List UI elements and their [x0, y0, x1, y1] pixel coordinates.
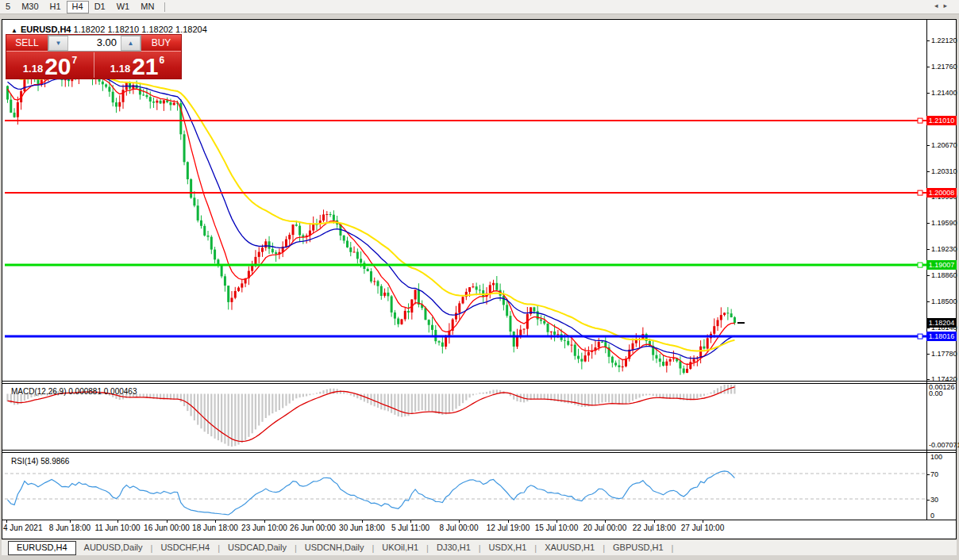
timeframe-toolbar: 5M30H1H4D1W1MN	[0, 0, 959, 14]
ohlc-close: 1.18204	[175, 25, 207, 34]
chart-tab-audusd[interactable]: AUDUSD,Daily	[76, 541, 151, 554]
one-click-trade-panel: SELL ▼ 3.00 ▲ BUY 1.18 20 7 1.18 21 6	[6, 35, 181, 79]
rsi-axis-label: 30	[930, 496, 938, 504]
chart-tab-eurusd[interactable]: EURUSD,H4	[8, 541, 76, 555]
panel-divider[interactable]	[2, 450, 956, 451]
ohlc-low: 1.18202	[141, 25, 173, 34]
timeframe-button-w1[interactable]: W1	[111, 1, 136, 13]
price-tick-dash	[926, 275, 930, 276]
price-level-badge: 1.21010	[926, 116, 957, 125]
ohlc-high: 1.18210	[107, 25, 139, 34]
price-level-badge: 1.20008	[926, 188, 957, 198]
chart-tab-gbpusd[interactable]: GBPUSD,H1	[605, 541, 672, 554]
chart-symbol: EURUSD,H4	[21, 25, 71, 34]
buy-button[interactable]: BUY	[141, 35, 181, 52]
chart-tab-xauusd[interactable]: XAUUSD,H1	[537, 541, 603, 554]
time-axis-label: 8 Jul 00:00	[440, 524, 479, 532]
rsi-chart[interactable]	[5, 453, 926, 520]
sell-button[interactable]: SELL	[6, 35, 48, 52]
tab-scroll-right-icon[interactable]: ▸	[943, 2, 953, 10]
volume-increase-button[interactable]: ▲	[121, 36, 141, 51]
buy-price-big: 21	[132, 56, 158, 77]
price-level-badge: 1.18204	[926, 318, 957, 328]
chart-tab-ukoil[interactable]: UKOil,H1	[374, 541, 426, 554]
price-level-badge: 1.18016	[926, 332, 957, 341]
price-level-badge: 1.19007	[926, 260, 957, 270]
price-tick-label: 1.19590	[931, 219, 957, 227]
time-axis-label: 16 Jun 00:00	[144, 524, 190, 532]
timeframe-button-5[interactable]: 5	[0, 1, 16, 13]
time-axis-label: 26 Jun 00:00	[290, 524, 336, 532]
sell-price-big: 20	[44, 56, 71, 77]
volume-decrease-button[interactable]: ▼	[48, 36, 68, 51]
chart-tab-usdcnh[interactable]: USDCNH,Daily	[297, 541, 372, 554]
price-tick-dash	[926, 328, 930, 328]
price-axis-divider	[926, 20, 927, 520]
timeframe-button-d1[interactable]: D1	[89, 1, 111, 13]
time-axis-label: 18 Jun 18:00	[192, 524, 238, 532]
ohlc-open: 1.18202	[74, 25, 106, 34]
price-tick-label: 1.20670	[931, 141, 957, 149]
rsi-tick-dash	[926, 500, 930, 501]
price-tick-label: 1.18500	[931, 297, 957, 305]
price-tick-label: 1.22120	[931, 36, 957, 44]
timeframe-button-h4[interactable]: H4	[67, 1, 89, 13]
time-tick-dash	[459, 520, 460, 523]
price-tick-label: 1.18860	[931, 271, 957, 279]
time-axis-label: 5 Jul 11:00	[391, 524, 429, 532]
timeframe-button-h1[interactable]: H1	[44, 1, 67, 13]
rsi-axis-label: 100	[930, 453, 942, 461]
price-tick-dash	[926, 249, 930, 250]
volume-spinner: ▼ 3.00 ▲	[48, 35, 141, 52]
chart-tab-usdchf[interactable]: USDCHF,H4	[152, 541, 218, 554]
price-tick-dash	[926, 145, 930, 146]
price-tick-dash	[926, 67, 930, 67]
macd-axis-label: 0.00	[929, 389, 943, 397]
time-tick-dash	[6, 520, 7, 523]
axis-divider	[2, 520, 956, 520]
tab-scroll-left-icon[interactable]: ◂	[934, 2, 944, 10]
price-tick-label: 1.21400	[931, 89, 957, 97]
time-axis-label: 8 Jun 18:00	[49, 524, 91, 532]
macd-axis-label: -0.007071	[929, 441, 959, 449]
chart-tab-usdx[interactable]: USDX,H1	[481, 541, 535, 554]
time-tick-dash	[167, 520, 168, 523]
sell-price[interactable]: 1.18 20 7	[6, 52, 94, 79]
time-axis-label: 15 Jul 10:00	[535, 524, 579, 532]
timeframe-button-mn[interactable]: MN	[135, 1, 160, 13]
price-tick-label: 1.19230	[931, 245, 957, 253]
rsi-label: RSI(14) 58.9866	[11, 457, 69, 466]
time-tick-dash	[117, 520, 118, 523]
time-tick-dash	[70, 520, 71, 523]
macd-label: MACD(12,26,9) 0.000881 0.000463	[11, 387, 137, 396]
status-strip	[0, 555, 959, 560]
tab-scroll-arrows: ◂▸	[934, 2, 953, 10]
macd-chart[interactable]	[5, 384, 926, 450]
rsi-axis-label: 70	[930, 470, 938, 478]
time-axis-label: 22 Jul 18:00	[633, 524, 676, 532]
price-tick-label: 1.21760	[931, 63, 957, 71]
time-tick-dash	[703, 520, 703, 523]
time-tick-dash	[264, 520, 265, 523]
price-tick-label: 1.20310	[931, 167, 957, 175]
sell-price-sup: 7	[72, 55, 78, 66]
timeframe-button-m30[interactable]: M30	[16, 1, 44, 13]
tab-separator: |	[672, 543, 674, 553]
buy-price[interactable]: 1.18 21 6	[94, 52, 181, 79]
chart-tab-dj30[interactable]: DJ30,H1	[429, 541, 479, 554]
chart-tab-usdcad[interactable]: USDCAD,Daily	[220, 541, 295, 554]
buy-price-sup: 6	[160, 55, 165, 66]
chart-tab-bar: EURUSD,H4AUDUSD,Daily|USDCHF,H4|USDCAD,D…	[2, 540, 957, 555]
time-tick-dash	[410, 520, 411, 523]
volume-input[interactable]: 3.00	[68, 36, 121, 51]
time-axis-label: 11 Jun 10:00	[94, 524, 140, 532]
price-tick-dash	[926, 40, 930, 41]
price-tick-dash	[926, 354, 930, 355]
price-tick-dash	[926, 223, 930, 224]
direction-up-icon: ▲	[11, 27, 17, 34]
rsi-tick-dash	[926, 474, 930, 475]
time-axis-label: 27 Jul 10:00	[681, 524, 725, 532]
trading-terminal: 5M30H1H4D1W1MN ▲EURUSD,H4 1.18202 1.1821…	[0, 0, 959, 560]
rsi-axis-label: 0	[930, 512, 934, 520]
time-tick-dash	[654, 520, 655, 523]
